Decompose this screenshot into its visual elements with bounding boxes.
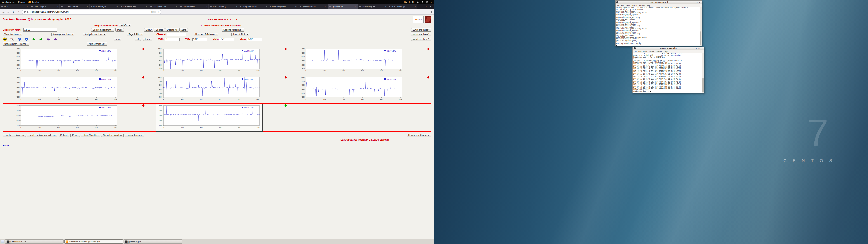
- spectrum-chart[interactable]: 7500800085009000950010000020040060080010…: [156, 76, 262, 103]
- browser-tab[interactable]: AIDA×: [0, 4, 30, 9]
- spectrum-name-input[interactable]: [23, 28, 57, 32]
- show-desktop-icon[interactable]: [1, 240, 4, 243]
- what-are-these-button[interactable]: What are these?: [411, 33, 431, 36]
- blue-info-icon[interactable]: [24, 37, 29, 41]
- browser-tab[interactable]: Waveform cap...×: [119, 4, 149, 9]
- terminal-menu-help[interactable]: Help: [664, 51, 667, 53]
- auto-update-button[interactable]: Auto Update ON: [87, 42, 107, 45]
- update-all-button[interactable]: Update All: [165, 28, 179, 32]
- terminal-menu-file[interactable]: File: [634, 51, 637, 53]
- terminal-menu-search[interactable]: Search: [631, 4, 637, 6]
- analysis-functions-select[interactable]: Analysis functions: [83, 33, 106, 36]
- midas-logo[interactable]: Midas: [413, 16, 424, 23]
- terminal-menu-edit[interactable]: Edit: [638, 51, 641, 53]
- xmax-input[interactable]: [192, 37, 207, 41]
- terminal-menu-file[interactable]: File: [617, 4, 619, 6]
- spectrum-chart[interactable]: 7500800085009000950002004006008001000aid…: [156, 104, 262, 131]
- spectrum-panel[interactable]: 7500800085009000950010000020040060080010…: [288, 47, 431, 75]
- terminal-menu-terminal[interactable]: Terminal: [656, 51, 662, 53]
- scrollbar-thumb[interactable]: [702, 78, 704, 92]
- terminal-scrollbar[interactable]: [700, 7, 702, 46]
- green-left-arrow-icon[interactable]: [32, 37, 36, 41]
- terminal-menu-view[interactable]: View: [643, 51, 647, 53]
- zero-button[interactable]: Zero: [180, 28, 188, 32]
- spectrum-chart[interactable]: 7500800085009000950010000020040060080010…: [156, 48, 262, 75]
- terminal-window-buttons[interactable]: − □ ×: [693, 1, 701, 4]
- browser-tab[interactable]: Lost activity m...×: [90, 4, 119, 9]
- what-are-these-button[interactable]: What are these?: [411, 28, 431, 32]
- terminal-menu-edit[interactable]: Edit: [621, 4, 624, 6]
- tab-close-icon[interactable]: ×: [295, 6, 296, 8]
- forward-icon[interactable]: →: [7, 10, 10, 13]
- terminal-window-buttons[interactable]: − □ ×: [695, 47, 703, 50]
- spectrum-chart[interactable]: 7500800085009000950010000020040060080010…: [298, 76, 405, 103]
- terminal-menu-terminal[interactable]: Terminal: [639, 4, 645, 6]
- tab-close-icon[interactable]: ×: [236, 6, 237, 8]
- lock-icon[interactable]: [27, 11, 29, 13]
- tab-close-icon[interactable]: ×: [87, 6, 88, 8]
- terminal-titlebar-shell[interactable]: npg@carme-gsi:~ − □ ×: [633, 47, 704, 50]
- tab-close-icon[interactable]: ×: [116, 6, 118, 8]
- browser-tab[interactable]: Spectrum Br...×: [328, 4, 358, 9]
- clock[interactable]: Sun 15:10: [404, 1, 414, 3]
- spectrum-chart[interactable]: 7500800085009000950010000020040060080010…: [13, 48, 120, 75]
- tab-close-icon[interactable]: ×: [146, 6, 147, 8]
- taskbar-window-button[interactable]: >_npg@carme-gsi:~: [124, 240, 182, 244]
- spectrum-panel[interactable]: 7500800085009000950002004006008001000aid…: [3, 103, 146, 132]
- power-icon[interactable]: [426, 1, 429, 3]
- linear-button[interactable]: linear: [143, 37, 152, 41]
- tab-close-icon[interactable]: ×: [266, 6, 267, 8]
- terminal-menu-search[interactable]: Search: [649, 51, 654, 53]
- tab-close-icon[interactable]: ×: [27, 6, 28, 8]
- tab-close-icon[interactable]: ×: [206, 6, 207, 8]
- green-right-arrow-icon[interactable]: [39, 37, 43, 41]
- log-button[interactable]: Show Variables: [81, 133, 100, 137]
- taskbar-window-button[interactable]: >_AIDA MIDAS HTTPd: [5, 240, 64, 244]
- home-icon[interactable]: ⌂: [17, 10, 20, 13]
- spectrum-panel[interactable]: 7500800085009000950010000020040060080010…: [3, 47, 146, 75]
- tab-close-icon[interactable]: ×: [57, 6, 58, 8]
- url-bar[interactable]: localhost:8015/Spectrum/Spectrum.tml 80%…: [22, 10, 161, 14]
- number-of-galeries-select[interactable]: Number of Galeries: [194, 33, 219, 36]
- scrollbar-thumb[interactable]: [700, 31, 702, 45]
- new-button[interactable]: new: [114, 37, 121, 41]
- spectrum-panel[interactable]: 7500800085009000950010000020040060080010…: [146, 75, 288, 103]
- spectrum-chart[interactable]: 7500800085009000950010000020040060080010…: [298, 48, 405, 75]
- layout-select[interactable]: Layout ID=8: [231, 33, 249, 36]
- search-help-icon[interactable]: ?: [10, 37, 14, 41]
- purple-left-arrow-icon[interactable]: [46, 37, 51, 41]
- tab-close-icon[interactable]: ×: [325, 6, 326, 8]
- terminal-scrollbar[interactable]: [702, 53, 704, 93]
- tab-close-icon[interactable]: ×: [355, 6, 356, 8]
- terminal-menu-view[interactable]: View: [626, 4, 629, 6]
- radiation-icon[interactable]: [3, 37, 7, 41]
- ymin-input[interactable]: [219, 37, 234, 41]
- gsi-logo[interactable]: [425, 16, 431, 23]
- log-button[interactable]: Reload: [59, 133, 69, 137]
- shield-icon[interactable]: [24, 11, 26, 13]
- arrange-functions-select[interactable]: Arrange functions: [51, 33, 74, 36]
- update-rate-select[interactable]: Update Rate (4 secs): [3, 42, 29, 45]
- log-button[interactable]: Send Log Window to ELog: [27, 133, 57, 137]
- spectrum-chart[interactable]: 7500800085009000950002004006008001000aid…: [13, 76, 120, 103]
- terminal-menu-help[interactable]: Help: [647, 4, 650, 6]
- active-app-indicator[interactable]: Firefox: [29, 1, 39, 3]
- purple-right-arrow-icon[interactable]: [53, 37, 58, 41]
- spectrum-panel[interactable]: 7500800085009000950002004006008001000aid…: [3, 75, 146, 103]
- home-link[interactable]: Home: [3, 144, 9, 147]
- spectrum-chart[interactable]: 7500800085009000950002004006008001000aid…: [13, 104, 120, 131]
- zoom-indicator[interactable]: 80%: [151, 11, 156, 13]
- browser-tab[interactable]: Run Control @...×: [388, 4, 417, 9]
- browser-tab[interactable]: LED and Wavef...×: [60, 4, 90, 9]
- menu-icon[interactable]: ≡: [431, 10, 432, 13]
- reload-icon[interactable]: ↻: [12, 10, 15, 13]
- browser-tab[interactable]: Discriminator ...×: [179, 4, 209, 9]
- log-button[interactable]: Enable Logging: [125, 133, 144, 137]
- tab-close-icon[interactable]: ×: [414, 6, 416, 8]
- browser-tab[interactable]: ASIC Control (...×: [209, 4, 239, 9]
- multi-button[interactable]: multi: [115, 28, 124, 32]
- browser-tab[interactable]: GSI White Rab...×: [149, 4, 179, 9]
- what-are-these-button[interactable]: What are these?: [411, 37, 431, 41]
- update-button[interactable]: Update: [154, 28, 165, 32]
- show-button[interactable]: Show: [144, 28, 153, 32]
